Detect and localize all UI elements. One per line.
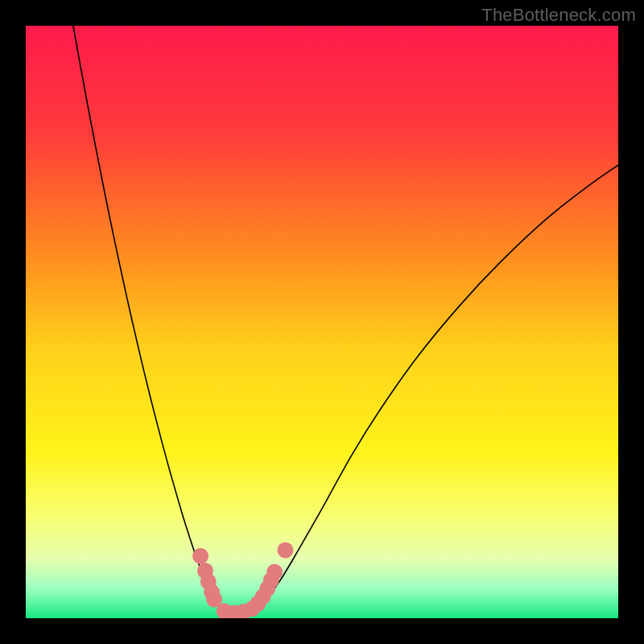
dot xyxy=(266,564,283,580)
dot xyxy=(192,548,208,564)
gradient-background xyxy=(26,26,618,618)
watermark-text: TheBottleneck.com xyxy=(481,5,636,26)
dot xyxy=(277,542,293,558)
chart-svg xyxy=(26,26,618,618)
chart-frame: TheBottleneck.com xyxy=(0,0,644,644)
plot-area xyxy=(26,26,618,618)
